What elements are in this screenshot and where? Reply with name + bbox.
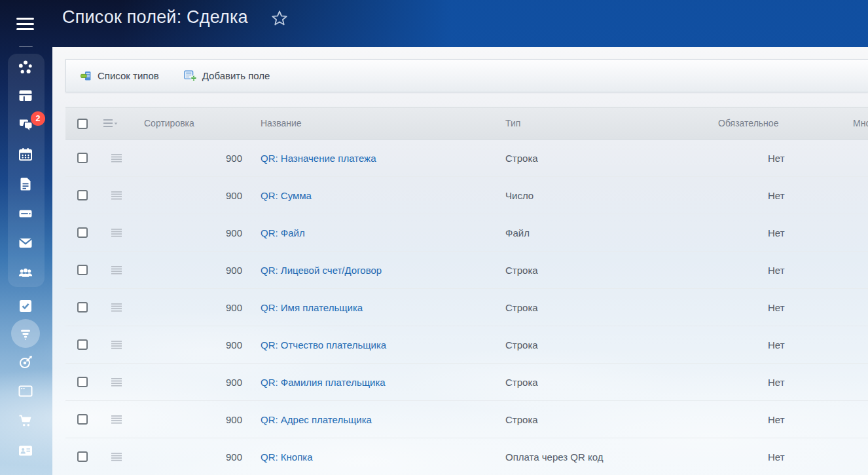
sidebar-item-calendar[interactable] (11, 140, 40, 169)
sidebar-item-tasks[interactable] (11, 292, 40, 320)
field-name-link[interactable]: QR: Отчество плательщика (261, 339, 386, 351)
favorite-star-icon[interactable] (270, 9, 289, 28)
table-row: 900 QR: Назначение платежа Строка Нет (65, 140, 868, 177)
add-field-icon (184, 70, 196, 81)
table-row: 900 QR: Имя плательщика Строка Нет (65, 289, 868, 326)
main-menu-icon[interactable] (16, 18, 34, 31)
sidebar-item-store[interactable] (11, 406, 40, 435)
page-title: Список полей: Сделка (62, 7, 248, 28)
drag-handle[interactable] (111, 438, 122, 475)
table-row: 900 QR: Адрес плательщика Строка Нет (65, 401, 868, 438)
field-type: Строка (505, 140, 538, 176)
field-required: Нет (768, 289, 785, 326)
field-required: Нет (768, 326, 785, 363)
row-checkbox[interactable] (77, 227, 88, 238)
field-required: Нет (768, 438, 785, 475)
select-all-checkbox[interactable] (77, 119, 88, 129)
table-row: 900 QR: Отчество плательщика Строка Нет (65, 326, 868, 364)
sidebar-item-mail[interactable] (11, 229, 40, 257)
sidebar-item-contacts[interactable] (11, 436, 40, 465)
list-types-label: Список типов (98, 70, 159, 81)
table-row: 900 QR: Лицевой счет/Договор Строка Нет (65, 252, 868, 289)
pulse-icon (18, 60, 33, 75)
drag-handle[interactable] (111, 364, 122, 400)
field-name-link[interactable]: QR: Лицевой счет/Договор (261, 265, 382, 276)
sidebar-item-employees[interactable] (11, 258, 40, 287)
field-required: Нет (768, 177, 785, 214)
field-type: Оплата через QR код (505, 438, 604, 475)
field-type: Строка (505, 326, 538, 363)
messenger-badge: 2 (31, 111, 45, 126)
column-header-type[interactable]: Тип (505, 107, 520, 139)
add-field-button[interactable]: Добавить поле (184, 70, 270, 81)
field-name-link[interactable]: QR: Фамилия плательщика (261, 377, 386, 388)
sort-value: 900 (164, 140, 242, 176)
list-types-icon (81, 71, 92, 81)
field-name-link[interactable]: QR: Кнопка (261, 451, 313, 463)
row-checkbox[interactable] (77, 377, 88, 387)
column-header-multiple[interactable]: Множественное (853, 107, 868, 139)
field-required: Нет (768, 252, 785, 288)
column-header-required[interactable]: Обязательное (718, 107, 778, 139)
drag-handle[interactable] (111, 177, 122, 214)
sort-value: 900 (164, 438, 242, 475)
envelope-icon (18, 235, 33, 251)
sort-value: 900 (164, 401, 242, 438)
field-required: Нет (768, 364, 785, 400)
row-checkbox[interactable] (77, 265, 88, 275)
document-icon (18, 176, 33, 192)
list-types-button[interactable]: Список типов (81, 70, 159, 81)
drive-icon (18, 206, 33, 221)
sort-value: 900 (164, 214, 242, 251)
field-name-link[interactable]: QR: Имя плательщика (261, 302, 363, 313)
row-checkbox[interactable] (77, 190, 88, 200)
sidebar-divider (19, 46, 33, 47)
field-name-link[interactable]: QR: Адрес плательщика (261, 414, 372, 425)
sort-value: 900 (164, 252, 242, 288)
field-type: Файл (505, 214, 530, 251)
check-square-icon (18, 298, 33, 314)
row-checkbox[interactable] (77, 451, 88, 462)
drag-handle[interactable] (111, 289, 122, 326)
sort-value: 900 (164, 289, 242, 326)
sidebar-item-documents[interactable] (11, 170, 40, 199)
toolbar: Список типов Добавить поле (65, 59, 868, 92)
sidebar-item-marketing[interactable] (11, 348, 40, 377)
row-checkbox[interactable] (77, 302, 88, 313)
target-arrow-icon (18, 354, 33, 370)
sort-value: 900 (164, 177, 242, 214)
field-type: Строка (505, 401, 538, 438)
sidebar-item-workspace[interactable] (11, 81, 40, 110)
row-checkbox[interactable] (77, 414, 88, 425)
row-checkbox[interactable] (77, 153, 88, 163)
field-name-link[interactable]: QR: Файл (261, 227, 305, 238)
sidebar-item-feed[interactable] (11, 53, 40, 82)
field-name-link[interactable]: QR: Назначение платежа (261, 153, 376, 164)
field-type: Строка (505, 252, 538, 288)
drag-handle[interactable] (111, 140, 122, 176)
column-header-sort[interactable]: Сортировка (144, 107, 194, 139)
row-checkbox[interactable] (77, 339, 88, 350)
table-row: 900 QR: Файл Файл Нет (65, 214, 868, 252)
drag-handle[interactable] (111, 214, 122, 251)
sidebar-item-sites[interactable] (11, 377, 40, 406)
window-lines-icon (18, 88, 33, 104)
table-row: 900 QR: Кнопка Оплата через QR код Нет (65, 438, 868, 475)
grid-header: Сортировка Название Тип Обязательное Мно… (65, 107, 868, 140)
grid-rows: 900 QR: Назначение платежа Строка Нет 90… (65, 140, 868, 475)
sidebar-item-crm[interactable] (11, 319, 40, 348)
grid-settings-icon[interactable] (103, 118, 118, 130)
field-required: Нет (768, 140, 785, 176)
shopping-cart-icon (18, 413, 33, 428)
table-row: 900 QR: Фамилия плательщика Строка Нет (65, 364, 868, 401)
drag-handle[interactable] (111, 401, 122, 438)
table-row: 900 QR: Сумма Число Нет (65, 177, 868, 214)
sidebar-item-drive[interactable] (11, 199, 40, 228)
field-required: Нет (768, 214, 785, 251)
people-icon (18, 265, 33, 280)
drag-handle[interactable] (111, 326, 122, 363)
column-header-name[interactable]: Название (261, 107, 302, 139)
sort-value: 900 (164, 326, 242, 363)
field-name-link[interactable]: QR: Сумма (261, 190, 312, 201)
drag-handle[interactable] (111, 252, 122, 288)
